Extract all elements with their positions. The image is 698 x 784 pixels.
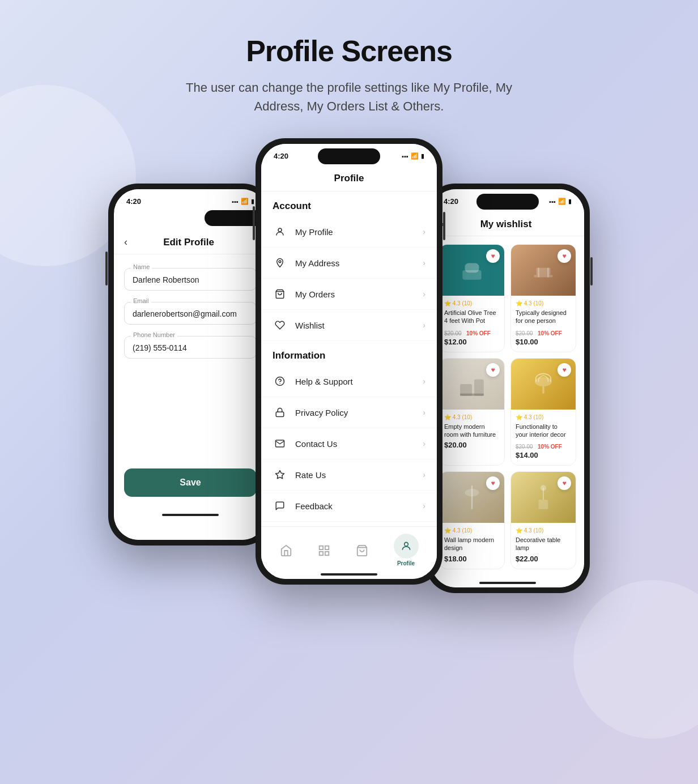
wishlist-heart-4[interactable]: ♥ <box>557 363 571 377</box>
nav-shop[interactable] <box>356 543 368 557</box>
rate-label: Rate Us <box>295 470 423 480</box>
wishlist-heart-2[interactable]: ♥ <box>557 249 571 263</box>
bag-icon <box>273 287 287 301</box>
my-profile-label: My Profile <box>295 227 423 237</box>
status-icons-center: ▪▪▪ 📶 ▮ <box>402 152 424 160</box>
page-subtitle: The user can change the profile settings… <box>173 78 525 116</box>
time-left: 4:20 <box>126 197 141 206</box>
profile-screen: Profile Account My Profile › My Address <box>261 165 437 579</box>
svg-rect-21 <box>460 393 484 395</box>
phone-field: Phone Number <box>124 336 257 359</box>
svg-point-25 <box>465 489 479 496</box>
edit-profile-screen: ‹ Edit Profile Name Email Phone Number <box>114 228 267 540</box>
chevron-icon-5: › <box>423 377 425 386</box>
card-body-5: ⭐ 4.3 (10) Wall lamp modern design $18.0… <box>440 523 504 569</box>
phones-row: 4:20 ▪▪▪ 📶 ▮ ‹ Edit Profile Name <box>108 150 590 593</box>
chevron-icon-3: › <box>423 289 425 299</box>
card-rating-5: ⭐ 4.3 (10) <box>444 527 500 534</box>
name-label: Name <box>131 263 152 270</box>
wishlist-card-1[interactable]: ♥ ⭐ 4.3 (10) Artificial Olive Tree 4 fee… <box>439 244 505 352</box>
wishlist-card-6[interactable]: ♥ ⭐ 4.3 (10) Decorative table lamp $22.0… <box>510 471 576 569</box>
account-section-title: Account <box>261 191 437 216</box>
profile-nav-active-bg <box>394 534 419 559</box>
wishlist-card-2[interactable]: ♥ ⭐ 4.3 (10) Typically designed for one … <box>510 244 576 352</box>
wishlist-heart-5[interactable]: ♥ <box>486 476 500 490</box>
card-name-2: Typically designed for one person <box>516 309 571 325</box>
svg-point-22 <box>535 377 552 386</box>
menu-item-rate[interactable]: Rate Us › <box>261 459 437 491</box>
nav-grid[interactable] <box>318 543 330 557</box>
home-nav-icon <box>280 543 292 557</box>
status-bar-center: 4:20 ▪▪▪ 📶 ▮ <box>261 144 437 165</box>
card-rating-2: ⭐ 4.3 (10) <box>516 300 571 306</box>
menu-item-privacy[interactable]: Privacy Policy › <box>261 397 437 428</box>
card-body-6: ⭐ 4.3 (10) Decorative table lamp $22.00 <box>511 523 576 569</box>
svg-rect-26 <box>539 500 548 509</box>
signal-icon-c: ▪▪▪ <box>402 153 408 160</box>
phone-edit-profile: 4:20 ▪▪▪ 📶 ▮ ‹ Edit Profile Name <box>108 184 273 546</box>
svg-rect-23 <box>542 386 544 394</box>
menu-item-feedback[interactable]: Feedback › <box>261 491 437 522</box>
question-icon <box>273 374 287 389</box>
price-1: $12.00 <box>444 338 500 346</box>
battery-icon-c: ▮ <box>421 152 424 160</box>
info-section-title: Information <box>261 341 437 366</box>
menu-item-help[interactable]: Help & Support › <box>261 366 437 397</box>
battery-icon: ▮ <box>251 198 254 205</box>
wishlist-heart-3[interactable]: ♥ <box>486 363 500 377</box>
page-header: Profile Screens The user can change the … <box>173 34 525 116</box>
status-bar-right: 4:20 ▪▪▪ 📶 ▮ <box>431 189 584 210</box>
bottom-nav: Profile <box>261 526 437 570</box>
nav-profile[interactable]: Profile <box>394 534 419 566</box>
phone-profile: 4:20 ▪▪▪ 📶 ▮ Profile Account <box>256 138 442 585</box>
menu-item-wishlist[interactable]: Wishlist › <box>261 310 437 341</box>
wishlist-screen: ‹ My wishlist ♥ ⭐ 4.3 (10) Artificial Ol… <box>431 210 584 587</box>
svg-point-12 <box>404 542 408 546</box>
svg-rect-10 <box>325 552 328 555</box>
wifi-icon: 📶 <box>241 198 249 205</box>
card-body-1: ⭐ 4.3 (10) Artificial Olive Tree 4 feet … <box>440 296 504 352</box>
nav-home[interactable] <box>280 543 292 557</box>
phone-input[interactable] <box>124 336 257 359</box>
name-input[interactable] <box>124 268 257 291</box>
card-body-2: ⭐ 4.3 (10) Typically designed for one pe… <box>511 296 576 352</box>
menu-item-my-profile[interactable]: My Profile › <box>261 216 437 248</box>
phone-label: Phone Number <box>131 331 177 338</box>
card-rating-4: ⭐ 4.3 (10) <box>516 414 571 420</box>
time-center: 4:20 <box>274 152 288 160</box>
envelope-icon <box>273 436 287 451</box>
card-body-4: ⭐ 4.3 (10) Functionality to your interio… <box>511 410 576 466</box>
save-button[interactable]: Save <box>124 468 257 497</box>
card-rating-6: ⭐ 4.3 (10) <box>516 527 571 534</box>
wishlist-card-5[interactable]: ♥ ⭐ 4.3 (10) Wall lamp modern design $18… <box>439 471 505 569</box>
phone-inner-left: 4:20 ▪▪▪ 📶 ▮ ‹ Edit Profile Name <box>114 189 267 540</box>
wishlist-heart-1[interactable]: ♥ <box>486 249 500 263</box>
back-button[interactable]: ‹ <box>124 236 127 248</box>
price-3: $20.00 <box>444 441 500 449</box>
menu-item-my-address[interactable]: My Address › <box>261 248 437 279</box>
dynamic-island-center <box>318 148 380 164</box>
status-icons-right: ▪▪▪ 📶 ▮ <box>549 198 572 205</box>
profile-nav-label: Profile <box>397 560 415 566</box>
contact-label: Contact Us <box>295 439 423 449</box>
original-price-4: $20.00 <box>516 444 533 450</box>
svg-rect-8 <box>325 546 328 549</box>
price-2: $10.00 <box>516 338 571 346</box>
status-bar-left: 4:20 ▪▪▪ 📶 ▮ <box>114 189 267 210</box>
profile-title: Profile <box>334 173 364 184</box>
svg-rect-14 <box>465 263 479 273</box>
profile-header: Profile <box>261 165 437 191</box>
wishlist-card-4[interactable]: ♥ ⭐ 4.3 (10) Functionality to your inter… <box>510 358 576 466</box>
card-rating-3: ⭐ 4.3 (10) <box>444 414 500 420</box>
edit-profile-header: ‹ Edit Profile <box>114 228 267 254</box>
wishlist-grid: ♥ ⭐ 4.3 (10) Artificial Olive Tree 4 fee… <box>431 236 584 577</box>
svg-rect-7 <box>319 546 322 549</box>
grid-nav-icon <box>318 543 330 557</box>
email-input[interactable] <box>124 302 257 325</box>
wishlist-heart-6[interactable]: ♥ <box>557 476 571 490</box>
svg-point-28 <box>540 485 546 491</box>
menu-item-contact[interactable]: Contact Us › <box>261 428 437 459</box>
menu-item-my-orders[interactable]: My Orders › <box>261 279 437 310</box>
wishlist-card-3[interactable]: ♥ ⭐ 4.3 (10) Empty modern room with furn… <box>439 358 505 466</box>
email-label: Email <box>131 297 151 304</box>
